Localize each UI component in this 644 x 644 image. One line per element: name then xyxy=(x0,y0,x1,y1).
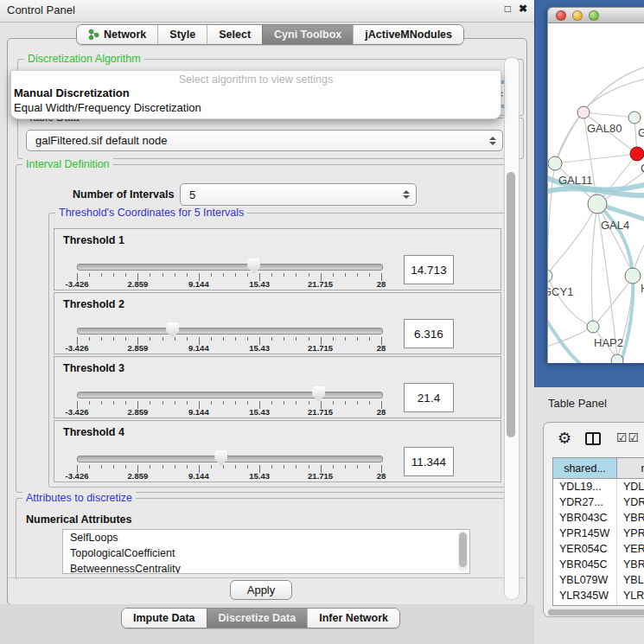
table-cell: YIL052C xyxy=(553,603,617,605)
close-icon[interactable]: ✖ xyxy=(519,3,527,15)
network-edge xyxy=(555,112,583,163)
threshold-2-slider-thumb[interactable] xyxy=(166,322,179,338)
numerical-attributes-list[interactable]: SelfLoopsTopologicalCoefficientBetweenne… xyxy=(62,529,470,574)
table-row[interactable]: YBL079WYBL0 xyxy=(553,572,644,588)
list-scrollbar[interactable] xyxy=(458,532,468,571)
table-cell: YBR0 xyxy=(617,510,644,526)
apply-button[interactable]: Apply xyxy=(230,580,292,600)
table-cell: YPR1 xyxy=(617,526,644,541)
screenshot-root: Control Panel □ ✖ NetworkStyleSelectCyni… xyxy=(0,0,644,644)
panel-scrollbar-thumb[interactable] xyxy=(507,172,515,437)
threshold-3-slider[interactable] xyxy=(77,392,383,399)
network-edge xyxy=(548,276,593,327)
checkbox-icon[interactable]: ☑☑ xyxy=(616,430,640,444)
tab-label: Style xyxy=(169,29,195,41)
table-cell: YPR145W xyxy=(553,526,617,541)
attribute-item-betweennesscentrality[interactable]: BetweennessCentrality xyxy=(63,561,469,574)
threshold-2-panel: Threshold 2-3.4262.8599.14415.4321.71528… xyxy=(54,292,501,354)
table-row[interactable]: YER054CYER0 xyxy=(553,541,644,557)
network-edge xyxy=(555,154,637,163)
threshold-4-value[interactable]: 11.344 xyxy=(404,447,454,476)
table-row[interactable]: YDL19...YDL1 xyxy=(553,479,644,494)
attribute-item-selfloops[interactable]: SelfLoops xyxy=(63,530,469,545)
tab-label: Infer Network xyxy=(319,612,388,624)
tab-style[interactable]: Style xyxy=(157,25,207,44)
zoom-traffic-light-icon[interactable] xyxy=(589,10,599,21)
threshold-4-slider[interactable] xyxy=(77,456,383,462)
column-header-shared-[interactable]: shared... xyxy=(553,458,617,478)
tab-jactivemnodules[interactable]: jActiveMNodules xyxy=(353,25,463,44)
network-window-titlebar[interactable] xyxy=(547,7,644,23)
network-node-green[interactable] xyxy=(628,112,641,124)
attribute-item-topologicalcoefficient[interactable]: TopologicalCoefficient xyxy=(63,545,469,561)
tab-label: Network xyxy=(104,29,146,41)
minimize-traffic-light-icon[interactable] xyxy=(572,10,583,21)
tab-label: Select xyxy=(219,29,251,41)
node-label-h: H xyxy=(641,282,644,295)
slider-tick-labels: -3.4262.8599.14415.4321.71528 xyxy=(77,471,381,481)
bottom-tab-bar: Impute DataDiscretize DataInfer Network xyxy=(121,608,400,628)
tab-impute-data[interactable]: Impute Data xyxy=(122,609,207,628)
network-edge xyxy=(548,327,593,348)
split-pane-icon[interactable] xyxy=(585,432,601,445)
network-node-green[interactable] xyxy=(625,268,641,284)
number-of-intervals-combobox[interactable]: 5 xyxy=(180,183,417,206)
algorithm-option-manual-discretization[interactable]: Manual Discretization xyxy=(14,86,130,99)
network-node-green[interactable] xyxy=(587,321,599,333)
table-rows: YDL19...YDL1YDR27...YDR2YBR043CYBR0YPR14… xyxy=(553,479,644,605)
tab-network[interactable]: Network xyxy=(77,25,157,44)
gear-icon[interactable]: ⚙ xyxy=(558,429,571,448)
node-label-hap2: HAP2 xyxy=(594,336,623,349)
network-node-red[interactable] xyxy=(630,147,644,161)
threshold-3-slider-thumb[interactable] xyxy=(312,386,325,402)
network-edge xyxy=(583,112,634,118)
table-row[interactable]: YBR043CYBR0 xyxy=(553,510,644,526)
close-traffic-light-icon[interactable] xyxy=(556,10,566,21)
table-row[interactable]: YIL052CYIL0 xyxy=(553,603,644,605)
tab-select[interactable]: Select xyxy=(207,25,262,44)
panel-scrollbar[interactable] xyxy=(504,57,520,600)
network-node-green[interactable] xyxy=(611,354,623,363)
table-data-combobox[interactable]: galFiltered.sif default node xyxy=(26,130,503,151)
table-cell: YBR0 xyxy=(617,557,644,572)
table-row[interactable]: YBR045CYBR0 xyxy=(553,557,644,572)
float-window-icon[interactable]: □ xyxy=(505,3,511,15)
table-hscrollbar[interactable] xyxy=(547,609,644,616)
threshold-3-value[interactable]: 21.4 xyxy=(404,383,454,412)
network-canvas[interactable]: GAL80GACGAL11GAL4GCY1HHAP2 xyxy=(547,23,644,363)
network-icon xyxy=(88,29,99,41)
table-hscrollbar-thumb[interactable] xyxy=(548,609,644,615)
table-cell: YLR345W xyxy=(553,588,617,603)
node-label-c: C xyxy=(641,162,644,175)
algorithm-hint: Select algorithm to view settings xyxy=(11,73,501,86)
node-label-gal4: GAL4 xyxy=(601,219,629,232)
table-cell: YER0 xyxy=(617,541,644,557)
threshold-1-value[interactable]: 14.713 xyxy=(404,255,454,284)
table-row[interactable]: YPR145WYPR1 xyxy=(553,526,644,541)
threshold-1-slider[interactable] xyxy=(77,264,383,271)
table-panel-box: ⚙ ☑☑ shared...na YDL19...YDL1YDR27...YDR… xyxy=(543,422,644,617)
column-header-na[interactable]: na xyxy=(617,458,644,478)
network-node-pink[interactable] xyxy=(577,106,590,118)
threshold-4-slider-thumb[interactable] xyxy=(214,450,227,466)
tab-cyni-toolbox[interactable]: Cyni Toolbox xyxy=(262,25,353,44)
network-node-green[interactable] xyxy=(548,270,552,282)
table-row[interactable]: YLR345WYLR3 xyxy=(553,588,644,603)
algorithm-option-equal-width-frequency-discretization[interactable]: Equal Width/Frequency Discretization xyxy=(14,101,201,114)
tab-discretize-data[interactable]: Discretize Data xyxy=(207,609,308,628)
threshold-1-slider-thumb[interactable] xyxy=(247,258,260,274)
threshold-2-value[interactable]: 6.316 xyxy=(404,319,454,348)
table-cell: YLR3 xyxy=(617,588,644,603)
table-panel: Table Panel ⚙ ☑☑ shared...na YDL19...YDL… xyxy=(534,387,644,644)
interval-definition-title: Interval Definition xyxy=(22,158,113,170)
table-cell: YBR045C xyxy=(553,557,617,572)
table-row[interactable]: YDR27...YDR2 xyxy=(553,494,644,510)
network-node-green[interactable] xyxy=(548,156,562,170)
network-edge xyxy=(593,276,634,327)
table-cell: YDR2 xyxy=(617,494,644,510)
slider-tick-labels: -3.4262.8599.14415.4321.71528 xyxy=(77,343,381,354)
network-node-green[interactable] xyxy=(588,194,607,214)
tab-infer-network[interactable]: Infer Network xyxy=(307,609,399,628)
network-window: GAL80GACGAL11GAL4GCY1HHAP2 xyxy=(547,7,644,363)
threshold-2-slider[interactable] xyxy=(77,328,383,335)
